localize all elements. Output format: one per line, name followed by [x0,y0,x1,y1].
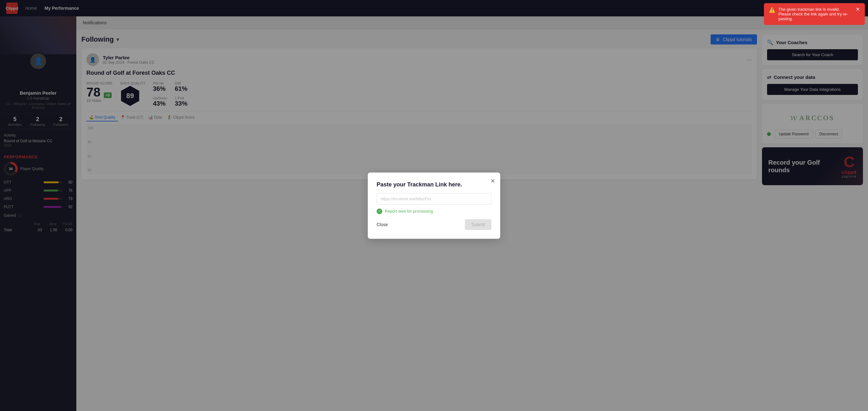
success-check-icon: ✓ [377,209,382,214]
toast-warning-icon: ⚠️ [769,7,775,13]
modal-close-x-button[interactable]: ✕ [491,178,495,185]
modal-success-message: ✓ Report sent for processing [377,209,491,214]
modal-overlay[interactable]: Paste your Trackman Link here. ✕ ✓ Repor… [0,0,868,411]
toast-close-button[interactable]: ✕ [856,7,860,12]
toast-message: The given trackman link is invalid. Plea… [778,7,852,21]
error-toast: ⚠️ The given trackman link is invalid. P… [764,3,865,25]
modal-actions: Close Submit [377,219,491,230]
modal-submit-button[interactable]: Submit [465,219,491,230]
trackman-link-input[interactable] [377,193,491,205]
success-text: Report sent for processing [385,209,433,214]
modal-title: Paste your Trackman Link here. [377,181,491,188]
modal-close-button[interactable]: Close [377,222,388,227]
trackman-modal: Paste your Trackman Link here. ✕ ✓ Repor… [368,172,500,239]
